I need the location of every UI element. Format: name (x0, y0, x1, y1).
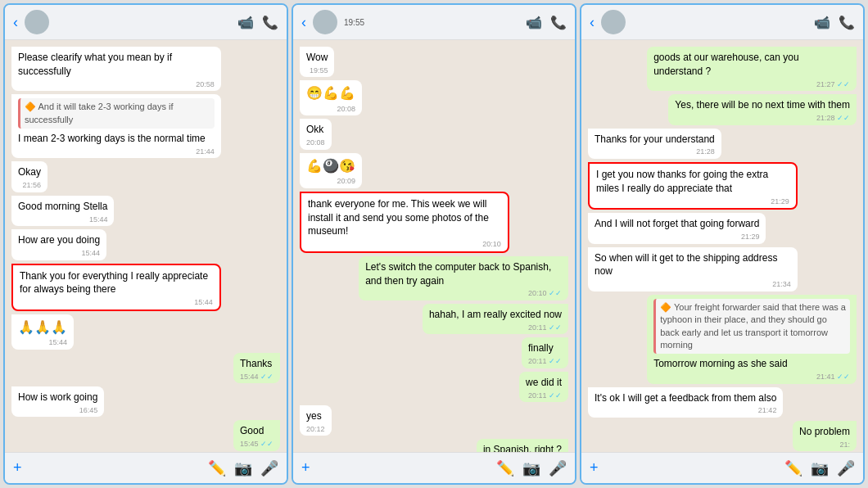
chat-footer: + ✏️ 📷 🎤 (581, 452, 863, 483)
message-time: 21:56 (18, 180, 41, 191)
message-bubble: How are you doing15:44 (11, 229, 106, 260)
header-icons: 📹 📞 (526, 15, 567, 30)
message-text: Wow (306, 52, 328, 63)
camera-icon[interactable]: 📷 (522, 459, 540, 477)
quoted-message: 🔶 Your freight forwarder said that there… (653, 299, 850, 355)
message-bubble-quoted: 🔶 Your freight forwarder said that there… (647, 295, 857, 384)
message-bubble: Wow19:55 (300, 47, 334, 77)
plus-button[interactable]: + (590, 459, 599, 477)
message-time: 21:44 (18, 147, 215, 157)
message-bubble: How is work going16:45 (11, 386, 104, 417)
video-icon[interactable]: 📹 (526, 15, 542, 30)
message-bubble-quoted: 🔶 And it will take 2-3 working days if s… (11, 94, 221, 158)
message-bubble: Thank you for everything I really apprec… (11, 264, 221, 311)
back-button[interactable]: ‹ (13, 14, 18, 31)
chat-footer: + ✏️ 📷 🎤 (293, 452, 575, 483)
message-time: 21:41 ✓✓ (653, 372, 850, 382)
message-text: goods at our warehouse, can you understa… (653, 52, 798, 77)
message-bubble: Okay21:56 (11, 161, 47, 192)
message-text: 😁💪💪 (306, 86, 355, 100)
chat-panel-3: ‹ 📹 📞 goods at our warehouse, can you un… (580, 3, 865, 485)
message-time: 20:11 ✓✓ (526, 391, 562, 401)
message-bubble: Please clearify what you mean by if succ… (11, 47, 221, 91)
avatar (313, 10, 337, 34)
message-time: 21:34 (594, 279, 791, 290)
message-time: 20:08 (306, 138, 325, 148)
video-icon[interactable]: 📹 (814, 15, 830, 30)
message-bubble: I get you now thanks for going the extra… (588, 162, 798, 210)
message-bubble-sent: finally20:11 ✓✓ (522, 337, 568, 368)
message-time: 20:11 ✓✓ (429, 323, 562, 333)
message-bubble: And I will not forget that going forward… (588, 213, 766, 243)
message-bubble: Good morning Stella15:44 (11, 196, 114, 226)
draw-icon[interactable]: ✏️ (784, 459, 802, 477)
message-bubble: thank everyone for me. This week we will… (300, 192, 509, 253)
back-button[interactable]: ‹ (590, 14, 594, 31)
message-bubble-sent: goods at our warehouse, can you understa… (647, 47, 857, 91)
message-time: 20:12 (306, 424, 325, 435)
message-text: Okk (306, 124, 323, 135)
message-text: I get you now thanks for going the extra… (596, 169, 768, 194)
message-bubble: Thanks for your understand21:28 (588, 129, 721, 159)
back-button[interactable]: ‹ (301, 14, 306, 31)
message-time: 15:44 (18, 337, 67, 348)
message-text: hahah, I am really excited now (429, 309, 562, 320)
phone-icon[interactable]: 📞 (839, 15, 855, 30)
message-text: How are you doing (18, 234, 100, 246)
message-bubble: So when will it get to the shipping addr… (588, 247, 798, 291)
message-bubble: 💪🎱😘20:09 (300, 153, 362, 188)
message-text: finally (528, 342, 554, 354)
message-bubble: yes20:12 (300, 405, 332, 436)
message-time: 20:58 (18, 79, 215, 90)
mic-icon[interactable]: 🎤 (549, 459, 567, 477)
message-time: 15:44 (20, 297, 213, 308)
message-time: 20:10 ✓✓ (365, 288, 562, 299)
message-time: 21:28 ✓✓ (675, 113, 850, 124)
draw-icon[interactable]: ✏️ (496, 459, 514, 477)
message-text: 🙏🙏🙏 (18, 320, 67, 334)
chat-panel-2: ‹ 19:55 📹 📞 Wow19:55😁💪💪20:08Okk20:08💪🎱😘2… (292, 3, 576, 485)
message-bubble: It's ok I will get a feedback from them … (588, 387, 783, 418)
message-text: in Spanish, right ? (483, 444, 562, 452)
video-icon[interactable]: 📹 (237, 15, 254, 30)
message-time: 21:28 (594, 147, 715, 157)
message-text: Okay (18, 166, 41, 178)
chat-header: ‹ 📹 📞 (581, 5, 863, 40)
message-text: Yes, there will be no next time with the… (675, 99, 850, 111)
draw-icon[interactable]: ✏️ (208, 459, 226, 477)
message-time: 20:11 ✓✓ (528, 356, 562, 367)
chat-header: ‹ 19:55 📹 📞 (293, 5, 575, 40)
mic-icon[interactable]: 🎤 (260, 459, 278, 477)
header-icons: 📹 📞 (237, 15, 278, 30)
message-text: thank everyone for me. This week we will… (308, 198, 489, 237)
plus-button[interactable]: + (301, 459, 310, 477)
mic-icon[interactable]: 🎤 (837, 459, 855, 477)
message-bubble: 😁💪💪20:08 (300, 80, 362, 115)
message-bubble-sent: Let's switch the computer back to Spanis… (359, 256, 568, 300)
quoted-message: 🔶 And it will take 2-3 working days if s… (18, 98, 215, 129)
message-text: we did it (526, 377, 562, 388)
message-bubble-sent: No problem21: (793, 421, 857, 451)
message-time: 20:09 (306, 176, 355, 187)
message-bubble-sent: hahah, I am really excited now20:11 ✓✓ (423, 304, 568, 334)
message-time: 19:55 (306, 66, 328, 76)
chat-header: ‹ 📹 📞 (5, 5, 287, 40)
message-text: Please clearify what you mean by if succ… (18, 52, 172, 77)
message-text: 💪🎱😘 (306, 159, 355, 173)
message-time: 20:10 (308, 239, 501, 250)
camera-icon[interactable]: 📷 (234, 459, 252, 477)
message-text: I mean 2-3 working days is the normal ti… (18, 133, 206, 144)
message-bubble-sent: Good15:45 ✓✓ (233, 420, 280, 450)
phone-icon[interactable]: 📞 (550, 15, 567, 30)
header-time: 19:55 (344, 18, 364, 27)
phone-icon[interactable]: 📞 (262, 15, 278, 30)
message-time: 21:27 ✓✓ (653, 79, 850, 90)
message-time: 15:44 (18, 248, 100, 259)
camera-icon[interactable]: 📷 (811, 459, 829, 477)
avatar (25, 10, 49, 34)
message-bubble-sent: in Spanish, right ?20: (477, 439, 568, 452)
message-bubble: 🙏🙏🙏15:44 (11, 314, 74, 350)
plus-button[interactable]: + (13, 459, 22, 477)
header-icons: 📹 📞 (814, 15, 855, 30)
message-text: Thanks (240, 358, 272, 369)
